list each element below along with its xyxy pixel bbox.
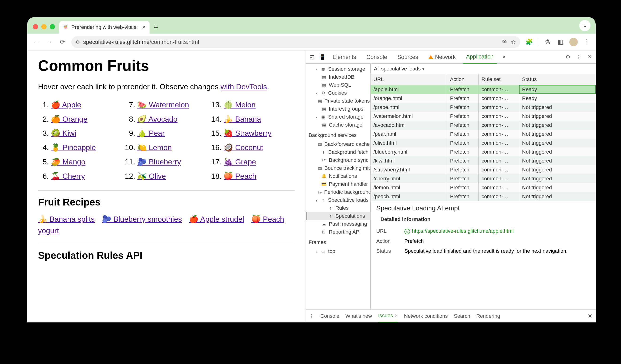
address-bar[interactable]: ⚙ speculative-rules.glitch.me/common-fru… (71, 36, 520, 48)
drawer-kebab-icon[interactable]: ⋮ (309, 313, 314, 319)
tab-network[interactable]: Network (425, 51, 459, 64)
recipe-link[interactable]: 🫐 Blueberry smoothies (102, 215, 182, 223)
tab-elements[interactable]: Elements (329, 51, 359, 64)
close-drawer-icon[interactable]: ✕ (588, 313, 592, 319)
drawer-tab-whatsnew[interactable]: What's new (345, 310, 372, 323)
drawer-tab-issues[interactable]: Issues✕ (378, 310, 398, 323)
reload-button[interactable]: ⟳ (58, 38, 67, 46)
fruit-link[interactable]: 🍇 Grape (224, 157, 256, 166)
table-row[interactable]: /apple.htmlPrefetchcommon-…Ready (371, 85, 596, 94)
drawer-tab-rendering[interactable]: Rendering (476, 310, 500, 323)
table-row[interactable]: /orange.htmlPrefetchcommon-…Ready (371, 94, 596, 103)
fruit-link[interactable]: 🍑 Peach (224, 172, 257, 180)
sidebar-item[interactable]: ▦Web SQL (306, 81, 370, 89)
sidebar-item[interactable]: ☁Push messaging (306, 220, 370, 228)
sidebar-item[interactable]: ▦IndexedDB (306, 73, 370, 81)
site-info-icon[interactable]: ⚙ (76, 39, 80, 45)
maximize-window-button[interactable] (50, 24, 55, 29)
fruit-link[interactable]: 🍓 Strawberry (224, 129, 272, 137)
profile-avatar[interactable] (569, 38, 578, 46)
fruit-link[interactable]: 🥑 Avocado (138, 115, 178, 123)
col-ruleset[interactable]: Rule set (479, 74, 519, 85)
fruit-link[interactable]: 🍈 Melon (224, 101, 256, 109)
col-status[interactable]: Status (519, 74, 596, 85)
sidebar-item[interactable]: ▦Session storage (306, 65, 370, 73)
tab-console[interactable]: Console (363, 51, 390, 64)
close-icon[interactable]: ✕ (394, 313, 398, 318)
close-window-button[interactable] (33, 24, 38, 29)
devtools-link[interactable]: with DevTools (221, 82, 267, 91)
col-action[interactable]: Action (447, 74, 479, 85)
kebab-menu-icon[interactable]: ⋮ (583, 38, 591, 46)
browser-tab[interactable]: 🍭 Prerendering with web-vitals: ✕ (59, 21, 150, 34)
sidebar-item[interactable]: 🔔Notifications (306, 172, 370, 180)
sidebar-item[interactable]: 💳Payment handler (306, 180, 370, 188)
fruit-link[interactable]: 🫐 Blueberry (138, 157, 181, 166)
filter-dropdown[interactable]: All speculative loads (371, 64, 596, 74)
kebab-icon[interactable]: ⋮ (575, 54, 582, 60)
labs-icon[interactable]: ⚗ (543, 38, 552, 46)
table-row[interactable]: /blueberry.htmlPrefetchcommon-…Not trigg… (371, 147, 596, 156)
table-row[interactable]: /strawberry.htmlPrefetchcommon-…Not trig… (371, 165, 596, 174)
fruit-link[interactable]: 🫒 Olive (138, 172, 166, 180)
fruit-link[interactable]: 🍐 Pear (138, 129, 165, 137)
fruit-link[interactable]: 🥥 Coconut (224, 143, 263, 152)
recipe-link[interactable]: 🍎 Apple strudel (189, 215, 244, 223)
sidebar-item[interactable]: ↕Speculations (306, 212, 370, 220)
sidebar-item[interactable]: ▦Bounce tracking mitigations (306, 164, 370, 172)
table-row[interactable]: /pear.htmlPrefetchcommon-…Not triggered (371, 130, 596, 139)
drawer-tab-console[interactable]: Console (320, 310, 339, 323)
fruit-link[interactable]: 🥝 Kiwi (51, 129, 76, 137)
fruit-link[interactable]: 🍌 Banana (224, 115, 261, 123)
table-row[interactable]: /peach.htmlPrefetchcommon-…Not triggered (371, 192, 596, 201)
sidebar-item[interactable]: ▦Cache storage (306, 121, 370, 129)
fruit-link[interactable]: 🍒 Cherry (51, 172, 85, 180)
fruit-link[interactable]: 🍍 Pineapple (51, 143, 96, 152)
side-panel-icon[interactable]: ◧ (556, 38, 565, 46)
fruit-link[interactable]: 🍎 Apple (51, 101, 81, 109)
more-tabs-icon[interactable]: » (501, 54, 507, 60)
star-icon[interactable]: ☆ (511, 39, 516, 45)
sidebar-item[interactable]: 🗎Reporting API (306, 228, 370, 236)
recipe-link[interactable]: 🍌 Banana splits (38, 215, 95, 223)
sidebar-item[interactable]: ⟳Background sync (306, 156, 370, 164)
fruit-link[interactable]: 🍋 Lemon (138, 143, 172, 152)
sidebar-item[interactable]: ▦Interest groups (306, 105, 370, 113)
sidebar-item[interactable]: ↕Rules (306, 204, 370, 212)
close-icon[interactable]: ✕ (586, 54, 593, 60)
table-row[interactable]: /lemon.htmlPrefetchcommon-…Not triggered (371, 183, 596, 192)
detail-url-value[interactable]: ⎋https://speculative-rules.glitch.me/app… (404, 228, 514, 234)
device-icon[interactable]: 📱 (319, 54, 326, 60)
minimize-window-button[interactable] (41, 24, 47, 29)
tab-application[interactable]: Application (463, 51, 497, 64)
sidebar-item[interactable]: ▦Back/forward cache (306, 140, 370, 148)
forward-button[interactable]: → (45, 38, 53, 46)
new-tab-button[interactable]: ＋ (150, 21, 162, 34)
sidebar-item[interactable]: ↕Background fetch (306, 148, 370, 156)
fruit-link[interactable]: 🥭 Mango (51, 157, 86, 166)
table-row[interactable]: /avocado.htmlPrefetchcommon-…Not trigger… (371, 121, 596, 130)
sidebar-item[interactable]: ▭top (306, 247, 370, 255)
table-row[interactable]: /cherry.htmlPrefetchcommon-…Not triggere… (371, 174, 596, 183)
eye-off-icon[interactable]: 👁 (502, 39, 508, 45)
table-row[interactable]: /olive.htmlPrefetchcommon-…Not triggered (371, 139, 596, 147)
drawer-tab-search[interactable]: Search (454, 310, 470, 323)
tab-sources[interactable]: Sources (394, 51, 421, 64)
chevron-down-icon[interactable]: ⌄ (579, 20, 590, 31)
sidebar-item[interactable]: ◷Periodic background (306, 188, 370, 196)
sidebar-item[interactable]: ↕Speculative loads (306, 196, 370, 204)
col-url[interactable]: URL (371, 74, 447, 85)
back-button[interactable]: ← (32, 38, 40, 46)
sidebar-item[interactable]: ⚙Cookies (306, 89, 370, 97)
extensions-icon[interactable]: 🧩 (525, 38, 533, 46)
fruit-link[interactable]: 🍉 Watermelon (138, 101, 189, 109)
fruit-link[interactable]: 🍊 Orange (51, 115, 88, 123)
drawer-tab-netcond[interactable]: Network conditions (404, 310, 448, 323)
sidebar-item[interactable]: ▦Shared storage (306, 113, 370, 121)
sidebar-item[interactable]: ▦Private state tokens (306, 97, 370, 105)
table-row[interactable]: /kiwi.htmlPrefetchcommon-…Not triggered (371, 156, 596, 165)
inspect-icon[interactable]: ◱ (309, 54, 315, 60)
close-tab-icon[interactable]: ✕ (142, 24, 146, 30)
table-row[interactable]: /grape.htmlPrefetchcommon-…Not triggered (371, 103, 596, 112)
table-row[interactable]: /watermelon.htmlPrefetchcommon-…Not trig… (371, 112, 596, 121)
